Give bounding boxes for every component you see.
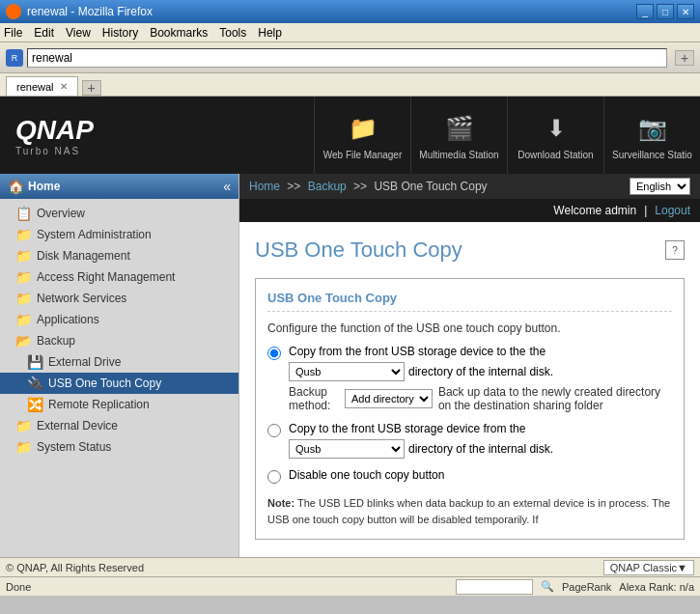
tab-renewal[interactable]: renewal ✕ (6, 76, 78, 96)
sidebar-item-usb-copy-label: USB One Touch Copy (48, 377, 161, 390)
nav-surveillance-label: Surveillance Statio (612, 150, 692, 160)
note-label: Note: (267, 497, 294, 509)
option1-text3: directory of the internal disk. (408, 365, 553, 378)
browser-controls: _ □ ✕ (636, 4, 694, 19)
menu-history[interactable]: History (102, 26, 138, 40)
sidebar-title-label: Home (28, 180, 60, 193)
external-drive-icon: 💾 (27, 354, 42, 370)
option3-radio[interactable] (267, 470, 281, 484)
usb-copy-section: USB One Touch Copy Configure the functio… (255, 278, 685, 540)
option1-select-row: Qusb directory of the internal disk. (289, 362, 672, 381)
sidebar-item-disk-mgmt[interactable]: 📁 Disk Management (0, 245, 238, 266)
menu-file[interactable]: File (4, 26, 22, 40)
menu-edit[interactable]: Edit (34, 26, 54, 40)
app-footer: © QNAP, All Rights Reserved QNAP Classic… (0, 557, 700, 576)
browser-title: renewal - Mozilla Firefox (27, 5, 630, 18)
sidebar-item-remote-replication[interactable]: 🔀 Remote Replication (0, 394, 238, 415)
nav-multimedia-station[interactable]: 🎬 Multimedia Station (410, 97, 507, 174)
backup-icon: 📂 (15, 333, 31, 349)
sidebar-item-overview-label: Overview (37, 207, 85, 220)
sidebar-item-system-admin[interactable]: 📁 System Administration (0, 224, 238, 245)
new-tab-button[interactable]: + (675, 50, 694, 66)
option2-inline: Copy to the front USB storage device fro… (289, 422, 672, 435)
page-title: USB One Touch Copy ? (255, 237, 685, 263)
add-tab-button[interactable]: + (82, 80, 101, 96)
menu-bookmarks[interactable]: Bookmarks (150, 26, 208, 40)
option2-text2: directory of the internal disk. (408, 442, 553, 456)
breadcrumb-home[interactable]: Home (249, 180, 280, 193)
tab-bar: renewal ✕ + (0, 73, 700, 97)
menu-help[interactable]: Help (258, 26, 282, 40)
multimedia-station-icon: 🎬 (442, 111, 477, 146)
sidebar-item-external-drive[interactable]: 💾 External Drive (0, 351, 238, 373)
surveillance-station-icon: 📷 (635, 111, 670, 146)
address-bar: R (6, 48, 667, 68)
page-help-icon[interactable]: ? (665, 240, 685, 260)
option1-text2: the (529, 345, 546, 358)
nav-surveillance-station[interactable]: 📷 Surveillance Statio (603, 97, 700, 174)
option1-radio[interactable] (267, 347, 281, 360)
tab-close-icon[interactable]: ✕ (60, 81, 68, 92)
menu-view[interactable]: View (66, 26, 91, 40)
sidebar-item-network-services[interactable]: 📁 Network Services (0, 288, 238, 309)
system-status-icon: 📁 (15, 439, 31, 455)
option2-content: Copy to the front USB storage device fro… (289, 422, 672, 459)
note-text: Note: The USB LED blinks when data backu… (267, 495, 672, 527)
sidebar-item-network-services-label: Network Services (37, 292, 126, 305)
option1-content: Copy from the front USB storage device t… (289, 345, 672, 412)
menu-tools[interactable]: Tools (219, 26, 246, 40)
option2-directory-select[interactable]: Qusb (289, 439, 405, 459)
qnap-classic-button[interactable]: QNAP Classic ▼ (603, 560, 694, 575)
browser-status-text: Done (6, 581, 31, 593)
home-icon: 🏠 (8, 179, 24, 194)
address-input[interactable] (27, 48, 667, 68)
sidebar-item-usb-copy[interactable]: 🔌 USB One Touch Copy (0, 373, 238, 394)
nav-multimedia-station-label: Multimedia Station (419, 150, 498, 160)
sidebar-item-applications[interactable]: 📁 Applications (0, 309, 238, 330)
minimize-button[interactable]: _ (636, 4, 654, 19)
qnap-logo: QNAP Turbo NAS (0, 107, 109, 164)
close-button[interactable]: ✕ (677, 4, 694, 19)
disk-mgmt-icon: 📁 (15, 248, 31, 264)
option1-row: Copy from the front USB storage device t… (267, 345, 672, 412)
sidebar-collapse-button[interactable]: « (223, 179, 231, 194)
backup-method-select[interactable]: Add directory (345, 389, 433, 408)
option3-label: Disable one touch copy button (289, 468, 444, 482)
sidebar-item-system-status[interactable]: 📁 System Status (0, 436, 238, 458)
nav-download-station[interactable]: ⬇ Download Station (507, 97, 603, 174)
browser-search-input[interactable] (456, 579, 533, 595)
footer-right: QNAP Classic ▼ (603, 560, 694, 575)
sidebar-item-overview[interactable]: 📋 Overview (0, 203, 238, 224)
sidebar-item-external-device-label: External Device (37, 419, 118, 433)
alexa-text: Alexa Rank: n/a (619, 581, 694, 593)
option2-radio[interactable] (267, 424, 281, 437)
browser-status-right: 🔍 PageRank Alexa Rank: n/a (456, 579, 694, 595)
option3-content: Disable one touch copy button (289, 468, 672, 482)
maximize-button[interactable]: □ (657, 4, 674, 19)
option2-row: Copy to the front USB storage device fro… (267, 422, 672, 459)
breadcrumb-backup[interactable]: Backup (308, 180, 347, 193)
sidebar-item-system-status-label: System Status (37, 440, 111, 454)
browser-menubar: File Edit View History Bookmarks Tools H… (0, 23, 700, 42)
remote-replication-icon: 🔀 (27, 397, 42, 412)
welcome-bar: Welcome admin | Logout (239, 199, 700, 222)
browser-statusbar: Done 🔍 PageRank Alexa Rank: n/a (0, 576, 700, 596)
sidebar-item-external-device[interactable]: 📁 External Device (0, 415, 238, 436)
option2-text1: Copy to the front USB storage device fro… (289, 422, 525, 435)
sidebar-item-external-drive-label: External Drive (48, 355, 121, 369)
sidebar-item-backup[interactable]: 📂 Backup (0, 330, 238, 351)
nav-web-file-manager[interactable]: 📁 Web File Manager (314, 97, 410, 174)
sidebar-item-applications-label: Applications (37, 313, 99, 326)
logout-button[interactable]: Logout (655, 204, 690, 217)
site-icon: R (6, 49, 23, 67)
language-select[interactable]: English (630, 178, 690, 195)
qnap-header: QNAP Turbo NAS 📁 Web File Manager 🎬 Mult… (0, 97, 700, 174)
page-title-text: USB One Touch Copy (255, 237, 462, 263)
qnap-logo-sub: Turbo NAS (15, 146, 94, 156)
breadcrumb-sep1: >> (284, 180, 304, 193)
option1-directory-select[interactable]: Qusb (289, 362, 405, 381)
sidebar-item-access-right[interactable]: 📁 Access Right Management (0, 266, 238, 288)
firefox-icon (6, 4, 21, 19)
note-content: The USB LED blinks when data backup to a… (267, 497, 670, 525)
sidebar-header-title: 🏠 Home (8, 179, 60, 194)
